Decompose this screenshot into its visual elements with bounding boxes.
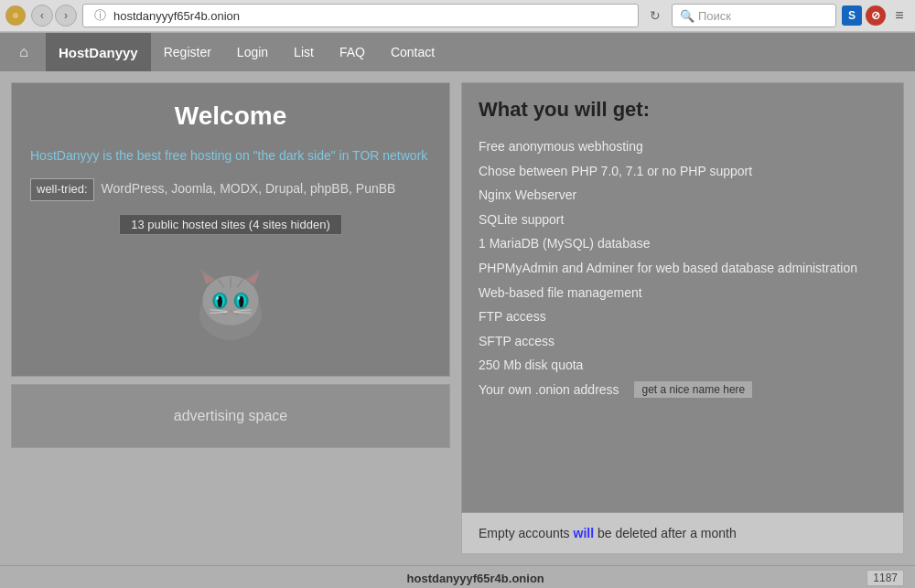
nav-contact[interactable]: Contact [378, 33, 447, 71]
address-bar[interactable]: ⓘ hostdanyyyf65r4b.onion [82, 4, 639, 27]
extension-icons: S ⊘ ≡ [842, 5, 910, 26]
browser-menu-button[interactable] [5, 5, 26, 26]
browser-footer: hostdanyyyf65r4b.onion 1187 [0, 565, 915, 588]
list-item: Nginx Webserver [479, 183, 887, 208]
search-icon: 🔍 [680, 9, 694, 23]
welcome-title: Welcome [30, 102, 431, 131]
advertising-text: advertising space [174, 408, 288, 424]
home-button[interactable]: ⌂ [7, 36, 40, 69]
list-item: 250 Mb disk quota [479, 353, 887, 378]
nav-brand[interactable]: HostDanyyy [46, 33, 151, 71]
list-item: SFTP access [479, 329, 887, 354]
extension-s-icon[interactable]: S [842, 5, 862, 26]
list-item: FTP access [479, 305, 887, 329]
info-icon: ⓘ [91, 7, 110, 24]
browser-options-button[interactable]: ≡ [889, 5, 910, 26]
back-button[interactable]: ‹ [31, 5, 53, 27]
home-icon: ⌂ [19, 44, 28, 60]
hosted-sites-badge: 13 public hosted sites (4 sites hidden) [119, 214, 342, 235]
list-item: Your own .onion address get a nice name … [479, 378, 887, 402]
empty-accounts-box: Empty accounts will be deleted after a m… [461, 513, 904, 554]
footer-counter: 1187 [867, 570, 904, 586]
brand-label: HostDanyyy [59, 45, 138, 60]
nav-faq[interactable]: FAQ [327, 33, 378, 71]
welcome-description: HostDanyyy is the best free hosting on "… [30, 145, 431, 166]
forward-icon: › [64, 9, 68, 22]
search-placeholder: Поиск [698, 9, 731, 23]
page-content: Welcome HostDanyyy is the best free host… [0, 71, 915, 565]
well-tried-apps: WordPress, Joomla, MODX, Drupal, phpBB, … [102, 181, 396, 196]
left-column: Welcome HostDanyyy is the best free host… [11, 82, 450, 554]
advertising-box: advertising space [11, 384, 450, 448]
list-item: SQLite support [479, 208, 887, 232]
search-bar[interactable]: 🔍 Поиск [672, 4, 836, 27]
forward-button[interactable]: › [55, 5, 77, 27]
nav-login[interactable]: Login [224, 33, 281, 71]
what-title: What you will get: [479, 98, 887, 122]
cat-image-container [30, 257, 431, 358]
nav-bar: ⌂ HostDanyyy Register Login List FAQ Con… [0, 33, 915, 71]
refresh-icon: ↻ [650, 8, 661, 23]
welcome-box: Welcome HostDanyyy is the best free host… [11, 82, 450, 377]
well-tried-section: well-tried: WordPress, Joomla, MODX, Dru… [30, 178, 431, 201]
browser-nav-buttons: ‹ › [31, 5, 77, 27]
cat-illustration [189, 266, 272, 348]
list-item: Web-based file management [479, 281, 887, 305]
nav-register[interactable]: Register [151, 33, 224, 71]
back-icon: ‹ [40, 9, 44, 22]
right-column: What you will get: Free anonymous webhos… [461, 82, 904, 554]
well-tried-badge: well-tried: [30, 178, 94, 201]
features-list: Free anonymous webhosting Chose between … [479, 134, 887, 402]
list-item: PHPMyAdmin and Adminer for web based dat… [479, 256, 887, 281]
refresh-button[interactable]: ↻ [644, 5, 666, 27]
browser-toolbar: ‹ › ⓘ hostdanyyyf65r4b.onion ↻ 🔍 Поиск S… [0, 0, 915, 32]
svg-point-17 [216, 296, 219, 300]
address-text: hostdanyyyf65r4b.onion [113, 9, 630, 23]
what-you-get-box: What you will get: Free anonymous webhos… [461, 82, 904, 513]
nav-list[interactable]: List [281, 33, 327, 71]
list-item: Chose between PHP 7.0, 7.1 or no PHP sup… [479, 159, 887, 184]
extension-red-icon[interactable]: ⊘ [866, 5, 886, 26]
svg-point-1 [13, 13, 18, 18]
svg-point-18 [238, 296, 241, 300]
footer-url: hostdanyyyf65r4b.onion [84, 572, 867, 585]
browser-chrome: ‹ › ⓘ hostdanyyyf65r4b.onion ↻ 🔍 Поиск S… [0, 0, 915, 33]
list-item: Free anonymous webhosting [479, 134, 887, 159]
list-item: 1 MariaDB (MySQL) database [479, 231, 887, 256]
onion-address-button[interactable]: get a nice name here [633, 380, 753, 399]
empty-accounts-text: Empty accounts will be deleted after a m… [479, 526, 737, 540]
